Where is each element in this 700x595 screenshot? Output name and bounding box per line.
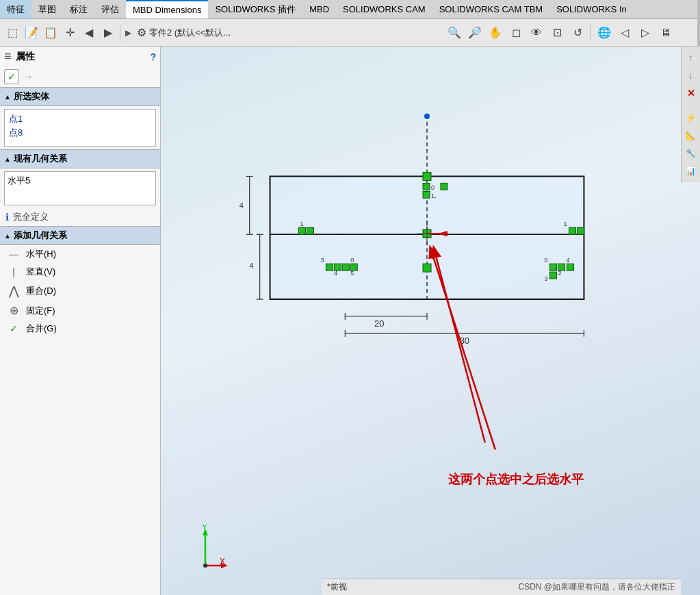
menu-sw-plugin[interactable]: SOLIDWORKS 插件 bbox=[208, 0, 302, 18]
menu-feature[interactable]: 特征 bbox=[0, 0, 31, 18]
svg-text:X: X bbox=[220, 557, 225, 566]
right-icon-4[interactable]: ⚡ bbox=[683, 110, 699, 126]
toolbar-nav-arrow[interactable]: ▶ bbox=[122, 27, 134, 39]
svg-text:20: 20 bbox=[374, 318, 384, 329]
toolbar-arrow-left2[interactable]: ◁ bbox=[615, 23, 634, 42]
svg-text:3: 3 bbox=[545, 275, 548, 282]
svg-rect-42 bbox=[342, 264, 349, 270]
svg-rect-55 bbox=[550, 272, 557, 279]
toolbar-pan[interactable]: ✋ bbox=[486, 23, 505, 42]
toolbar-note[interactable]: 📝 bbox=[22, 23, 41, 42]
relation-merge[interactable]: ✓ 合并(G) bbox=[0, 320, 160, 338]
right-close-btn[interactable]: ✕ bbox=[683, 85, 699, 101]
svg-rect-32 bbox=[577, 227, 584, 234]
relation-horizontal[interactable]: — 水平(H) bbox=[0, 245, 160, 263]
properties-title: 属性 bbox=[16, 51, 35, 63]
svg-text:0: 0 bbox=[350, 257, 354, 264]
toolbar-left[interactable]: ◀ bbox=[79, 23, 99, 42]
svg-text:4: 4 bbox=[250, 262, 254, 270]
svg-rect-22 bbox=[423, 183, 430, 190]
accept-button[interactable]: ✓ bbox=[4, 69, 19, 84]
menu-mbd-dimensions[interactable]: MBD Dimensions bbox=[126, 0, 208, 18]
menu-annotation[interactable]: 标注 bbox=[63, 0, 94, 18]
horizontal-icon: — bbox=[7, 249, 21, 259]
svg-text:3: 3 bbox=[320, 257, 324, 264]
svg-rect-26 bbox=[441, 183, 448, 190]
menu-sw-cam[interactable]: SOLIDWORKS CAM bbox=[336, 0, 432, 18]
relation-coincident[interactable]: ⋀ 重合(D) bbox=[0, 281, 160, 301]
existing-relations-header[interactable]: ▲ 现有几何关系 bbox=[0, 149, 160, 168]
svg-rect-30 bbox=[569, 227, 575, 234]
selected-entities-header[interactable]: ▲ 所选实体 bbox=[0, 87, 160, 106]
menu-evaluate[interactable]: 评估 bbox=[94, 0, 126, 18]
svg-rect-38 bbox=[326, 264, 333, 270]
axis-indicator: Y X bbox=[181, 524, 229, 574]
svg-text:Y: Y bbox=[202, 524, 207, 532]
entity-item-1: 点1 bbox=[8, 112, 153, 126]
coincident-icon: ⋀ bbox=[7, 283, 21, 299]
existing-relations-box: 水平5 bbox=[4, 171, 156, 205]
toolbar-globe[interactable]: 🌐 bbox=[595, 23, 614, 42]
relation-vertical[interactable]: | 竖直(V) bbox=[0, 263, 160, 281]
toolbar-zoom[interactable]: 🔎 bbox=[465, 23, 484, 42]
menu-sw-in[interactable]: SOLIDWORKS In bbox=[549, 0, 634, 18]
svg-rect-46 bbox=[423, 264, 431, 272]
add-relations-section: — 水平(H) | 竖直(V) ⋀ 重合(D) ⊕ 固定(F) ✓ 合并(G) bbox=[0, 245, 160, 338]
right-icon-5[interactable]: 📐 bbox=[683, 127, 699, 144]
help-icon[interactable]: ? bbox=[150, 51, 156, 62]
right-icon-7[interactable]: 📊 bbox=[683, 163, 699, 179]
svg-rect-21 bbox=[423, 173, 431, 181]
svg-text:1,: 1, bbox=[431, 192, 436, 199]
info-icon: ℹ bbox=[5, 212, 9, 223]
relation-label-3: 重合(D) bbox=[26, 285, 56, 297]
menu-sw-cam-tbm[interactable]: SOLIDWORKS CAM TBM bbox=[432, 0, 549, 18]
svg-text:1: 1 bbox=[300, 220, 303, 227]
toolbar-right[interactable]: ▶ bbox=[99, 23, 118, 42]
chevron-up-icon-2: ▲ bbox=[4, 155, 11, 163]
right-icon-2[interactable]: ↓ bbox=[683, 67, 699, 84]
chevron-up-icon: ▲ bbox=[4, 93, 11, 101]
toolbar-view[interactable]: 👁 bbox=[527, 23, 546, 42]
existing-relations-title: 现有几何关系 bbox=[14, 153, 67, 165]
svg-text:4: 4 bbox=[239, 201, 244, 210]
main-layout: ≡ 属性 ? ✓ → ▲ 所选实体 点1 点8 ▲ 现有几何关系 水平5 ℹ bbox=[0, 47, 700, 595]
annotation-text: 这两个点选中之后选水平 bbox=[448, 471, 584, 488]
toolbar-3d[interactable]: ◻ bbox=[506, 23, 526, 42]
entity-item-2: 点8 bbox=[8, 126, 153, 140]
breadcrumb-text: 零件2 (默认<<默认... bbox=[149, 27, 231, 39]
toolbar-separator-1 bbox=[120, 25, 120, 41]
svg-point-63 bbox=[203, 564, 207, 568]
menu-sketch[interactable]: 草图 bbox=[31, 0, 63, 18]
toolbar-crosshair[interactable]: ✛ bbox=[60, 23, 79, 42]
selected-entities-list: 点1 点8 bbox=[4, 109, 156, 147]
fixed-icon: ⊕ bbox=[7, 304, 21, 317]
svg-point-4 bbox=[424, 114, 430, 119]
toolbar-sep2 bbox=[591, 23, 591, 40]
toolbar-copy[interactable]: 📋 bbox=[41, 23, 60, 42]
add-relations-header[interactable]: ▲ 添加几何关系 bbox=[0, 226, 160, 245]
toolbar-arrow-right2[interactable]: ▷ bbox=[636, 23, 655, 42]
status-text: 完全定义 bbox=[13, 211, 49, 223]
viewport[interactable]: 20 30 4 4 0 bbox=[161, 47, 700, 595]
relation-label-2: 竖直(V) bbox=[26, 266, 55, 278]
toolbar-search[interactable]: 🔍 bbox=[445, 23, 464, 42]
toolbar-rotate[interactable]: ↺ bbox=[568, 23, 587, 42]
svg-rect-49 bbox=[550, 264, 557, 270]
add-relations-title: 添加几何关系 bbox=[14, 229, 67, 242]
right-icon-1[interactable]: ↑ bbox=[683, 49, 699, 66]
relation-label-5: 合并(G) bbox=[26, 322, 57, 335]
menu-mbd[interactable]: MBD bbox=[302, 0, 336, 18]
svg-rect-28 bbox=[307, 227, 313, 234]
left-panel: ≡ 属性 ? ✓ → ▲ 所选实体 点1 点8 ▲ 现有几何关系 水平5 ℹ bbox=[0, 47, 161, 595]
accept-arrow: → bbox=[25, 72, 33, 81]
toolbar-select[interactable]: ⬚ bbox=[3, 23, 22, 42]
svg-text:1: 1 bbox=[564, 220, 567, 227]
chevron-up-icon-3: ▲ bbox=[4, 232, 11, 240]
view-label: *前视 bbox=[327, 581, 347, 593]
right-icon-6[interactable]: 🔧 bbox=[683, 145, 699, 162]
relation-fixed[interactable]: ⊕ 固定(F) bbox=[0, 301, 160, 320]
cad-drawing: 20 30 4 4 0 bbox=[161, 47, 700, 593]
toolbar-monitor[interactable]: 🖥 bbox=[656, 23, 675, 42]
right-panel: ↑ ↓ ✕ ⚡ 📐 🔧 📊 bbox=[681, 47, 700, 182]
toolbar-section[interactable]: ⊡ bbox=[547, 23, 567, 42]
